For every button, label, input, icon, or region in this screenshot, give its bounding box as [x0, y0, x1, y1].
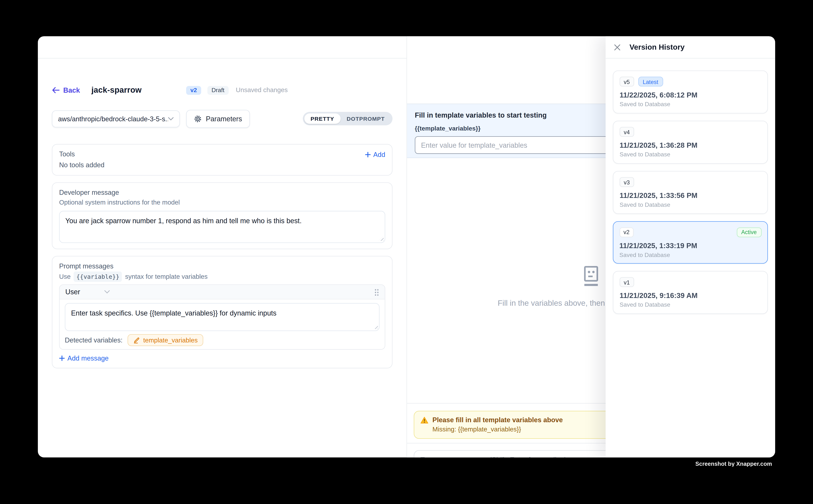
version-card-v5[interactable]: v5 Latest 11/22/2025, 6:08:12 PM Saved t…	[613, 71, 768, 114]
plus-icon	[59, 355, 65, 361]
version-source: Saved to Database	[620, 301, 761, 308]
draft-badge: Draft	[207, 86, 229, 95]
tools-empty-text: No tools added	[59, 161, 385, 169]
gear-icon	[194, 115, 201, 123]
warning-title: Please fill in all template variables ab…	[432, 416, 563, 424]
role-select[interactable]: User	[65, 288, 110, 296]
version-timestamp: 11/21/2025, 1:33:56 PM	[620, 191, 761, 199]
plus-icon	[365, 152, 371, 157]
back-label: Back	[63, 86, 80, 94]
version-source: Saved to Database	[620, 251, 761, 258]
developer-message-subtitle: Optional system instructions for the mod…	[59, 199, 385, 207]
version-list: v5 Latest 11/22/2025, 6:08:12 PM Saved t…	[606, 59, 775, 314]
version-label: v4	[620, 127, 634, 137]
page-title: jack-sparrow	[91, 85, 142, 95]
latest-badge: Latest	[638, 77, 663, 86]
unsaved-changes-label: Unsaved changes	[236, 87, 288, 94]
version-label: v5	[620, 77, 634, 86]
version-label: v1	[620, 277, 634, 287]
developer-message-card: Developer message Optional system instru…	[52, 182, 393, 249]
version-card-v3[interactable]: v3 11/21/2025, 1:33:56 PM Saved to Datab…	[613, 171, 768, 214]
version-timestamp: 11/21/2025, 1:36:28 PM	[620, 141, 761, 149]
warning-triangle-icon	[421, 416, 428, 424]
app-window: Back jack-sparrow v2 Draft Unsaved chang…	[38, 36, 775, 457]
version-label: v2	[620, 227, 634, 237]
screenshot-stage: Back jack-sparrow v2 Draft Unsaved chang…	[0, 0, 813, 504]
robot-icon	[582, 266, 600, 287]
parameters-button[interactable]: Parameters	[186, 109, 250, 128]
hint-prefix: Use	[59, 272, 71, 281]
page-header: Back jack-sparrow v2 Draft Unsaved chang…	[52, 84, 393, 96]
version-badge: v2	[186, 86, 201, 95]
editor-content: Back jack-sparrow v2 Draft Unsaved chang…	[38, 58, 406, 457]
user-message-textarea[interactable]: Enter task specifics. Use {{template_var…	[65, 303, 380, 331]
editor-toolbar: aws/anthropic/bedrock-claude-3-5-s... Pa…	[52, 110, 393, 127]
add-tool-button[interactable]: Add	[365, 150, 385, 158]
version-card-v4[interactable]: v4 11/21/2025, 1:36:28 PM Saved to Datab…	[613, 121, 768, 164]
version-source: Saved to Database	[620, 101, 761, 107]
message-body: Enter task specifics. Use {{template_var…	[60, 299, 385, 349]
template-variable-chip[interactable]: template_variables	[128, 334, 203, 346]
prompt-editor-panel: Back jack-sparrow v2 Draft Unsaved chang…	[38, 36, 407, 457]
prompt-syntax-hint: Use {{variable}} syntax for template var…	[59, 271, 385, 282]
version-timestamp: 11/21/2025, 9:16:39 AM	[620, 291, 761, 299]
add-tool-label: Add	[373, 150, 385, 158]
version-history-header: Version History	[606, 36, 775, 59]
detected-variables-label: Detected variables:	[65, 336, 122, 344]
version-source: Saved to Database	[620, 202, 761, 208]
view-mode-toggle: PRETTY DOTPROMPT	[303, 112, 393, 125]
watermark-text: Screenshot by Xnapper.com	[695, 461, 772, 467]
template-variable-name: template_variables	[143, 337, 197, 344]
version-history-panel: Version History v5 Latest 11/22/2025, 6:…	[606, 36, 775, 457]
back-button[interactable]: Back	[52, 86, 80, 94]
prompt-messages-title: Prompt messages	[59, 262, 385, 270]
model-select-value: aws/anthropic/bedrock-claude-3-5-s...	[58, 115, 168, 123]
hint-suffix: syntax for template variables	[125, 272, 208, 281]
add-message-button[interactable]: Add message	[59, 354, 385, 362]
version-card-v1[interactable]: v1 11/21/2025, 9:16:39 AM Saved to Datab…	[613, 271, 768, 314]
parameters-label: Parameters	[206, 115, 242, 123]
role-select-value: User	[65, 288, 80, 296]
version-card-v2-active[interactable]: v2 Active 11/21/2025, 1:33:19 PM Saved t…	[613, 221, 768, 264]
version-timestamp: 11/21/2025, 1:33:19 PM	[620, 241, 761, 249]
message-role-header: User	[60, 285, 385, 299]
version-history-title: Version History	[630, 43, 685, 51]
toggle-pretty[interactable]: PRETTY	[304, 114, 340, 124]
tools-card: Tools Add No tools added	[52, 144, 393, 176]
chevron-down-icon	[104, 290, 110, 294]
user-message-block: User Enter task specifics. Use {{templat…	[59, 284, 385, 350]
pencil-icon	[133, 337, 140, 343]
model-select[interactable]: aws/anthropic/bedrock-claude-3-5-s...	[52, 110, 180, 127]
prompt-messages-card: Prompt messages Use {{variable}} syntax …	[52, 256, 393, 368]
drag-handle-icon[interactable]	[374, 288, 379, 296]
tools-title: Tools	[59, 150, 75, 159]
back-arrow-icon	[52, 87, 60, 93]
variable-syntax-chip: {{variable}}	[74, 271, 122, 282]
chevron-down-icon	[168, 117, 174, 121]
version-timestamp: 11/22/2025, 6:08:12 PM	[620, 91, 761, 99]
add-message-label: Add message	[67, 354, 109, 362]
developer-message-title: Developer message	[59, 188, 385, 197]
detected-variables-row: Detected variables: template_variables	[65, 334, 380, 346]
developer-message-textarea[interactable]: You are jack sparrow number 1, respond a…	[59, 211, 385, 243]
toggle-dotprompt[interactable]: DOTPROMPT	[340, 114, 391, 124]
version-source: Saved to Database	[620, 151, 761, 157]
close-icon[interactable]	[614, 44, 621, 50]
active-badge: Active	[737, 227, 761, 237]
version-label: v3	[620, 177, 634, 187]
